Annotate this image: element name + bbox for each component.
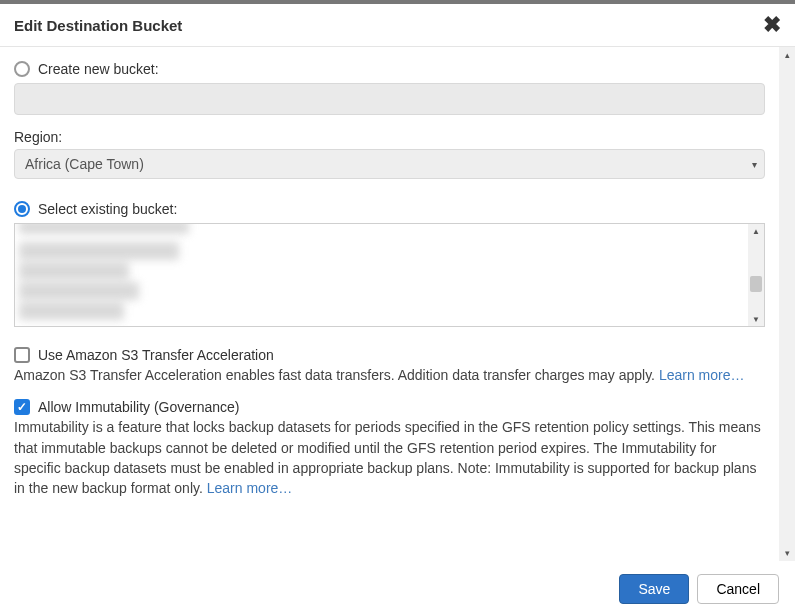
existing-bucket-radio[interactable] <box>14 201 30 217</box>
create-bucket-radio[interactable] <box>14 61 30 77</box>
close-icon[interactable]: ✖ <box>763 14 781 36</box>
list-item[interactable] <box>19 302 124 320</box>
region-value: Africa (Cape Town) <box>25 156 144 172</box>
new-bucket-name-input <box>14 83 765 115</box>
dialog-titlebar: Edit Destination Bucket ✖ <box>0 4 795 47</box>
list-item[interactable] <box>19 262 129 280</box>
region-label: Region: <box>14 129 765 145</box>
scroll-thumb[interactable] <box>750 276 762 292</box>
transfer-acceleration-help: Amazon S3 Transfer Acceleration enables … <box>14 365 765 385</box>
transfer-acceleration-label: Use Amazon S3 Transfer Acceleration <box>38 347 274 363</box>
transfer-acceleration-checkbox[interactable] <box>14 347 30 363</box>
dialog-scrollbar[interactable]: ▴ ▾ <box>779 47 795 561</box>
list-item[interactable] <box>19 242 179 260</box>
dialog-footer: Save Cancel <box>0 561 795 616</box>
list-item[interactable] <box>19 223 189 234</box>
scroll-down-icon[interactable]: ▾ <box>779 545 795 561</box>
scroll-up-icon[interactable]: ▴ <box>779 47 795 63</box>
cancel-button[interactable]: Cancel <box>697 574 779 604</box>
region-select[interactable]: Africa (Cape Town) <box>14 149 765 179</box>
bucket-list-scrollbar[interactable]: ▲ ▼ <box>748 224 764 326</box>
transfer-accel-learn-more-link[interactable]: Learn more… <box>659 367 745 383</box>
allow-immutability-checkbox[interactable] <box>14 399 30 415</box>
immutability-help: Immutability is a feature that locks bac… <box>14 417 765 498</box>
existing-bucket-list[interactable]: ▲ ▼ <box>14 223 765 327</box>
immutability-learn-more-link[interactable]: Learn more… <box>207 480 293 496</box>
existing-bucket-label: Select existing bucket: <box>38 201 177 217</box>
edit-destination-bucket-dialog: Edit Destination Bucket ✖ Create new buc… <box>0 0 795 616</box>
scroll-up-icon[interactable]: ▲ <box>748 224 764 238</box>
allow-immutability-label: Allow Immutability (Governance) <box>38 399 240 415</box>
dialog-body: Create new bucket: Region: Africa (Cape … <box>0 47 779 561</box>
list-item[interactable] <box>19 282 139 300</box>
dialog-title: Edit Destination Bucket <box>14 17 182 34</box>
save-button[interactable]: Save <box>619 574 689 604</box>
create-bucket-label: Create new bucket: <box>38 61 159 77</box>
scroll-down-icon[interactable]: ▼ <box>748 312 764 326</box>
